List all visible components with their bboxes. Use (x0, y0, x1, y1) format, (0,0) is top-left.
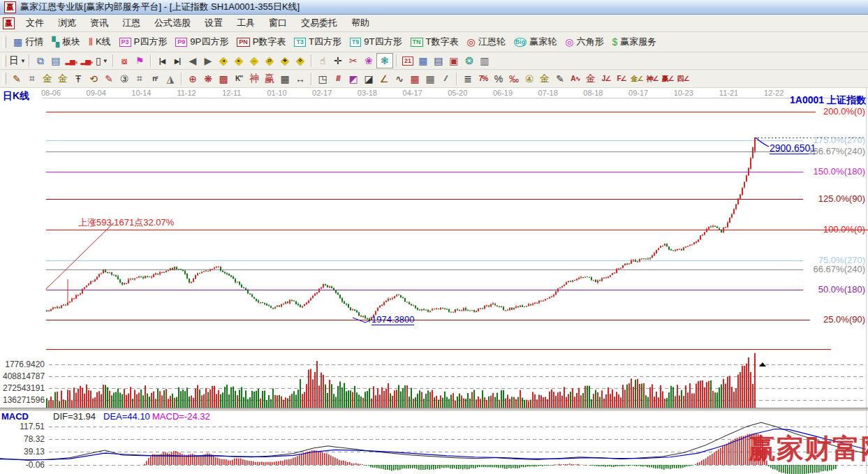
brain-tool-button[interactable]: ❃ (376, 53, 393, 68)
last-page-button[interactable]: ▶| (170, 54, 185, 68)
j-angle-tool[interactable]: J∠ (598, 72, 614, 86)
send-pc-button[interactable]: ▥ (477, 54, 492, 68)
menu-item-2[interactable]: 资讯 (83, 15, 115, 31)
winner-wheel-button[interactable]: Big赢家轮 (510, 34, 561, 50)
ying-angle-tool[interactable]: 赢∠ (660, 72, 675, 86)
menu-item-1[interactable]: 浏览 (51, 15, 83, 31)
slash-lines-tool[interactable]: ⁄⁄ (438, 72, 453, 86)
menu-item-4[interactable]: 公式选股 (147, 15, 198, 31)
angle-pencil-tool[interactable]: ∠ (376, 72, 392, 86)
window-titlebar[interactable]: 赢 赢家江恩专业版[赢家内部服务平台] - [上证指数 SH1A0001-355… (0, 0, 868, 15)
candle-style-dropdown[interactable]: ▯▼ (94, 54, 110, 68)
menu-item-8[interactable]: 交易委托 (294, 15, 344, 31)
a-wave-tool[interactable]: A∿ (568, 72, 583, 86)
menu-item-6[interactable]: 工具 (230, 15, 262, 31)
gold-grid2-tool[interactable]: 金 (55, 72, 71, 86)
shift-right-diamond-button[interactable]: ◆▸ (231, 54, 247, 68)
last-page-icon: ▶| (175, 57, 181, 65)
hexagon-button[interactable]: ◎六角形 (561, 34, 608, 50)
spiral-tool[interactable]: ⟲ (86, 72, 101, 86)
gold-line-tool[interactable]: 金 (537, 72, 552, 86)
spider-web-tool[interactable]: ❋ (200, 72, 216, 86)
menu-item-9[interactable]: 帮助 (344, 15, 376, 31)
chart-area[interactable]: 日K线 1A0001 上证指数 上涨593.1671点32.07% 1974.3… (0, 88, 868, 474)
p-number-table-button[interactable]: PNP数字表 (233, 34, 290, 50)
quotes-button[interactable]: ▦行情 (9, 34, 47, 50)
compress-diamond-button[interactable]: ◆✚ (277, 54, 293, 68)
gold-grid-tool[interactable]: 金 (40, 72, 55, 86)
web-square-tool[interactable]: ▩ (216, 72, 231, 86)
notes-button[interactable]: ▤ (431, 54, 446, 68)
ma9-icon[interactable]: ▂▅₉ (79, 54, 94, 68)
calculator-button[interactable]: ▦ (415, 54, 431, 68)
info-doc-icon[interactable]: ▤ (48, 54, 64, 68)
grid-123-tool[interactable]: ▦ (277, 72, 293, 86)
p9-square-button[interactable]: P99P四方形 (171, 34, 233, 50)
shift-left-diamond-button[interactable]: ◆◂ (216, 54, 231, 68)
circle3-tool[interactable]: ③ (117, 72, 132, 86)
fan-lines-tool[interactable]: /// (330, 72, 346, 86)
kline-button[interactable]: ⫴K线 (84, 34, 115, 50)
crosshair-tool-button[interactable]: ✛ (330, 54, 346, 68)
dark-grid-tool[interactable]: ▦ (422, 72, 438, 86)
zoom-out-diamond-button[interactable]: ◆↔ (247, 54, 262, 68)
export-web-button[interactable]: ❂ (462, 54, 477, 68)
box-select-tool[interactable]: ◳ (315, 72, 330, 86)
period-day-dropdown[interactable]: 日▼ (9, 54, 26, 68)
gold2-line-tool[interactable]: 金 (583, 72, 598, 86)
brush-tool[interactable]: ✎ (552, 72, 568, 86)
ying-grid-tool[interactable]: 赢 (262, 72, 277, 86)
shen-grid-tool[interactable]: 神 (247, 72, 262, 86)
t9-square-button[interactable]: T99T四方形 (346, 34, 406, 50)
pencil-tool[interactable]: ✎ (9, 72, 24, 86)
menu-item-7[interactable]: 窗口 (262, 15, 294, 31)
menu-item-3[interactable]: 江恩 (115, 15, 147, 31)
erase-tool-button[interactable]: ✂ (346, 54, 361, 68)
box-fan2-tool[interactable]: ◪ (361, 72, 376, 86)
f-angle-tool[interactable]: F∠ (614, 72, 629, 86)
menu-item-5[interactable]: 设置 (198, 15, 230, 31)
si-angle-tool[interactable]: 四∠ (675, 72, 691, 86)
shen-angle-tool[interactable]: 神∠ (645, 72, 660, 86)
color-chart-icon[interactable]: ⚑ (132, 54, 147, 68)
t-number-table-button[interactable]: TNT数字表 (406, 34, 463, 50)
wave-pencil-tool[interactable]: ✎ (101, 72, 117, 86)
calendar-button[interactable]: 21 (400, 54, 415, 68)
window-layout-icon[interactable]: ⧉ (33, 54, 48, 68)
winner-service-button[interactable]: $赢家服务 (608, 34, 661, 50)
gold-circle-tool[interactable]: ④ (522, 72, 537, 86)
hand-tool-button[interactable]: ☝ (315, 54, 330, 68)
zoom-in-diamond-button[interactable]: ◆⇄ (262, 54, 277, 68)
gann-grid-tool[interactable]: ⌗ (24, 72, 40, 86)
percent-line-tool[interactable]: ‰ (506, 72, 522, 86)
gann-flower-tool-button[interactable]: ❀ (361, 54, 376, 68)
winner-service-button-label: 赢家服务 (620, 36, 656, 48)
scale-ruler-tool[interactable]: ≣ (460, 72, 476, 86)
n2-tool[interactable]: n² (147, 72, 163, 86)
ma3-icon[interactable]: ▂▅₃ (64, 54, 79, 68)
p-square-button[interactable]: P3P四方形 (115, 34, 172, 50)
k-count-tool[interactable]: K″ (231, 72, 247, 86)
gann-wheel-button[interactable]: ◎江恩轮 (462, 34, 509, 50)
first-page-button[interactable]: |◀ (154, 54, 170, 68)
quotes-button-label: 行情 (25, 36, 43, 48)
t-square-button[interactable]: T3T四方形 (290, 34, 345, 50)
sectors-button[interactable]: ▚板块 (47, 34, 84, 50)
f-grid-tool[interactable]: Ŧ (71, 72, 86, 86)
red-grid-tool[interactable]: ▦ (407, 72, 422, 86)
percent7-tool[interactable]: 7% (476, 72, 491, 86)
mirror-tool[interactable]: ◮ (163, 72, 178, 86)
hspan-tool[interactable]: ↔ (293, 72, 308, 86)
wave-tool[interactable]: ∿ (392, 72, 407, 86)
expand-diamond-button[interactable]: ◆✜ (293, 54, 308, 68)
figure-box-icon[interactable]: ⧇ (117, 54, 132, 68)
gold-angle-tool[interactable]: 金∠ (629, 72, 645, 86)
menu-item-0[interactable]: 文件 (19, 15, 51, 31)
box-fan-tool[interactable]: ◩ (346, 72, 361, 86)
save-button[interactable]: ▣ (446, 54, 462, 68)
prev-page-button[interactable]: ◀ (185, 54, 200, 68)
price-grid-tool[interactable]: ⌗ (132, 72, 147, 86)
gann-circle-tool[interactable]: ⊕ (185, 72, 200, 86)
percent-tool[interactable]: % (491, 72, 506, 86)
next-page-button[interactable]: ▶ (200, 54, 216, 68)
